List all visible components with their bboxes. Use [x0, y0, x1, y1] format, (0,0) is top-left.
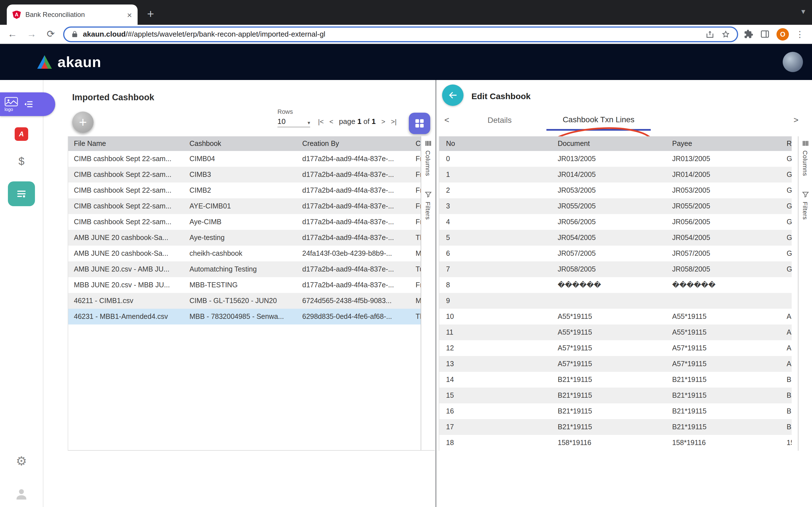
- sidebar-item-cashbook-active[interactable]: [0, 181, 43, 206]
- column-header[interactable]: Payee: [665, 136, 780, 151]
- table-cell: G.: [780, 167, 792, 182]
- table-row[interactable]: 46231 - MBB1-Amended4.csvMBB - 783200498…: [68, 309, 421, 325]
- screen: A Bank Reconciliation × + ▾ ← → ⟳ akaun.…: [0, 0, 812, 507]
- forward-icon[interactable]: →: [25, 29, 38, 40]
- panel-splitter[interactable]: [435, 80, 437, 507]
- table-row[interactable]: 46211 - CIMB1.csvCIMB - GL-T15620 - JUN2…: [68, 293, 421, 309]
- table-row[interactable]: CIMB cashbook Sept 22-sam...CIMB2d177a2b…: [68, 182, 421, 198]
- next-page-icon[interactable]: >: [382, 117, 386, 125]
- table-cell: [665, 293, 780, 309]
- address-bar[interactable]: akaun.cloud/#/applets/wavelet/erp/bank-r…: [63, 26, 738, 42]
- table-row[interactable]: 0JR013/2005JR013/2005G.: [439, 151, 792, 167]
- filters-toggle[interactable]: Filters: [802, 202, 809, 219]
- table-row[interactable]: 7JR058/2005JR058/2005G.: [439, 262, 792, 277]
- brand-logo[interactable]: akaun: [36, 53, 101, 71]
- tab-details[interactable]: Details: [455, 109, 545, 131]
- rows-label: Rows: [277, 108, 310, 115]
- new-tab-button[interactable]: +: [142, 6, 159, 22]
- table-row[interactable]: 5JR054/2005JR054/2005G.: [439, 230, 792, 245]
- first-page-icon[interactable]: |<: [318, 117, 324, 125]
- column-header[interactable]: Creation By: [297, 136, 410, 151]
- filters-toggle[interactable]: Filters: [424, 202, 432, 219]
- table-row[interactable]: 3JR055/2005JR055/2005G.: [439, 198, 792, 214]
- tab-search-chevron-icon[interactable]: ▾: [801, 7, 805, 16]
- column-header[interactable]: Cashbook: [184, 136, 297, 151]
- sidebar-item-pdf[interactable]: A: [0, 127, 43, 141]
- sidebar-item-profile[interactable]: [0, 487, 43, 501]
- table-cell: B21*19115: [551, 372, 665, 388]
- table-row[interactable]: 15B21*19115B21*19115B2: [439, 388, 792, 403]
- reload-icon[interactable]: ⟳: [44, 28, 57, 40]
- table-row[interactable]: 4JR056/2005JR056/2005G.: [439, 214, 792, 230]
- table-row[interactable]: 9: [439, 293, 792, 309]
- table-cell: 6: [439, 245, 551, 262]
- table-row[interactable]: 14B21*19115B21*19115B2: [439, 372, 792, 388]
- app-sidebar: logo A $: [0, 80, 43, 507]
- extensions-puzzle-icon[interactable]: [744, 29, 753, 39]
- menu-collapse-icon[interactable]: [22, 99, 35, 109]
- tabs-scroll-right-icon[interactable]: >: [794, 115, 799, 124]
- rows-per-page-select[interactable]: Rows 10 ▾: [277, 108, 310, 127]
- table-cell: JR014/2005: [665, 167, 780, 182]
- bookmark-star-icon[interactable]: [721, 30, 730, 39]
- browser-profile-avatar[interactable]: O: [776, 28, 789, 40]
- filter-funnel-icon[interactable]: [424, 191, 432, 198]
- table-row[interactable]: 1JR014/2005JR014/2005G.: [439, 167, 792, 182]
- table-row[interactable]: CIMB cashbook Sept 22-sam...CIMB3d177a2b…: [68, 167, 421, 182]
- table-cell: CIMB cashbook Sept 22-sam...: [68, 198, 184, 214]
- columns-icon[interactable]: [424, 140, 432, 147]
- sidebar-item-settings[interactable]: ⚙: [0, 454, 43, 469]
- table-row[interactable]: 18158*19116158*1911615: [439, 435, 792, 451]
- table-row[interactable]: 2JR053/2005JR053/2005G.: [439, 182, 792, 198]
- columns-toggle[interactable]: Columns: [802, 151, 809, 176]
- table-row[interactable]: AMB JUNE 20 cashbook-Sa...cheikh-cashboo…: [68, 245, 421, 262]
- table-row[interactable]: 6JR057/2005JR057/2005G.: [439, 245, 792, 262]
- side-panel-icon[interactable]: [760, 29, 770, 39]
- table-cell: CIMB3: [184, 167, 297, 182]
- sidebar-logo-pill[interactable]: logo: [0, 93, 55, 116]
- back-button[interactable]: [442, 84, 463, 106]
- table-row[interactable]: CIMB cashbook Sept 22-sam...Aye-CIMBd177…: [68, 214, 421, 230]
- table-row[interactable]: AMB JUNE 20 cashbook-Sa...Aye-testingd17…: [68, 230, 421, 245]
- layout-grid-button[interactable]: [409, 113, 430, 134]
- column-header[interactable]: Re: [780, 136, 792, 151]
- table-row[interactable]: CIMB cashbook Sept 22-sam...AYE-CIMB01d1…: [68, 198, 421, 214]
- table-row[interactable]: 16B21*19115B21*19115B2: [439, 403, 792, 419]
- tab-cashbook-txn-lines[interactable]: Cashbook Txn Lines: [546, 109, 651, 131]
- add-cashbook-button[interactable]: +: [72, 112, 94, 133]
- table-row[interactable]: 17B21*19115B21*19115B2: [439, 419, 792, 435]
- table-cell: ������: [551, 277, 665, 293]
- share-icon[interactable]: [705, 30, 714, 39]
- table-row[interactable]: 8������������: [439, 277, 792, 293]
- filter-funnel-icon[interactable]: [802, 191, 809, 198]
- column-header[interactable]: No: [439, 136, 551, 151]
- table-row[interactable]: 10A55*19115A55*19115A5: [439, 309, 792, 325]
- table-cell: G.: [780, 151, 792, 167]
- table-cell: G.: [780, 214, 792, 230]
- user-avatar[interactable]: [783, 52, 803, 72]
- tabs-scroll-left-icon[interactable]: <: [444, 115, 449, 124]
- table-row[interactable]: AMB JUNE 20.csv - AMB JU...Automatching …: [68, 262, 421, 277]
- table-cell: 46211 - CIMB1.csv: [68, 293, 184, 309]
- table-row[interactable]: 11A55*19115A55*19115A5: [439, 325, 792, 340]
- columns-icon[interactable]: [802, 140, 809, 147]
- column-header[interactable]: C: [410, 136, 421, 151]
- columns-toggle[interactable]: Columns: [424, 151, 432, 176]
- table-cell: A55*19115: [665, 325, 780, 340]
- column-header[interactable]: Document: [551, 136, 665, 151]
- sidebar-item-finance[interactable]: $: [0, 156, 43, 168]
- browser-menu-icon[interactable]: ⋮: [796, 29, 804, 39]
- table-row[interactable]: 12A57*19115A57*19115A5: [439, 340, 792, 356]
- prev-page-icon[interactable]: <: [329, 117, 333, 125]
- column-header[interactable]: File Name: [68, 136, 184, 151]
- last-page-icon[interactable]: >|: [391, 117, 397, 125]
- table-row[interactable]: CIMB cashbook Sept 22-sam...CIMB04d177a2…: [68, 151, 421, 167]
- table-cell: JR054/2005: [551, 230, 665, 245]
- tab-close-icon[interactable]: ×: [127, 10, 132, 19]
- table-row[interactable]: 13A57*19115A57*19115A5: [439, 356, 792, 372]
- table-cell: B21*19115: [551, 388, 665, 403]
- browser-tab[interactable]: A Bank Reconciliation ×: [7, 4, 138, 25]
- table-cell: MBB - 7832004985 - Senwa...: [184, 309, 297, 325]
- table-row[interactable]: MBB JUNE 20.csv - MBB JU...MBB-TESTINGd1…: [68, 277, 421, 293]
- back-icon[interactable]: ←: [6, 29, 19, 40]
